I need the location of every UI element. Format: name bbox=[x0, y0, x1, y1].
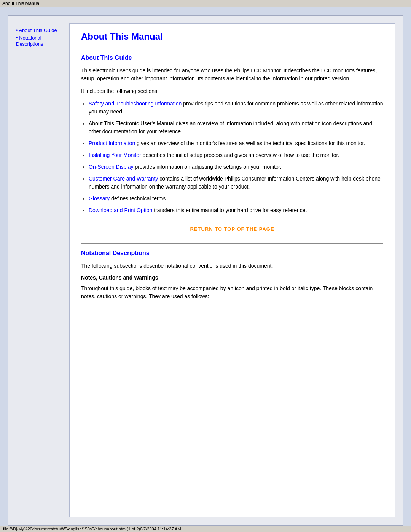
sections-list: Safety and Troubleshooting Information p… bbox=[89, 100, 383, 214]
main-area: • About This Guide • Notational Descript… bbox=[0, 7, 411, 526]
product-info-link[interactable]: Product Information bbox=[89, 140, 135, 146]
installing-link[interactable]: Installing Your Monitor bbox=[89, 152, 141, 158]
divider-top bbox=[81, 48, 383, 48]
list-item: Glossary defines technical terms. bbox=[89, 195, 383, 203]
main-content: About This Manual About This Guide This … bbox=[69, 23, 395, 517]
titlebar-text: About This Manual bbox=[2, 1, 40, 6]
notational-heading: Notational Descriptions bbox=[81, 250, 383, 257]
notes-cautions-heading: Notes, Cautions and Warnings bbox=[81, 275, 383, 281]
statusbar-text: file:///D|/My%20documents/dfu/W5/english… bbox=[3, 527, 181, 531]
electronic-manual-text: About This Electronic User's Manual give… bbox=[89, 120, 372, 134]
bullet-icon-2: • bbox=[16, 35, 19, 41]
list-item: Safety and Troubleshooting Information p… bbox=[89, 100, 383, 116]
sidebar-link-about-guide[interactable]: About This Guide bbox=[19, 27, 57, 33]
sidebar-link-notational[interactable]: Notational Descriptions bbox=[16, 35, 43, 47]
glossary-link[interactable]: Glossary bbox=[89, 195, 110, 201]
osd-link[interactable]: On-Screen Display bbox=[89, 164, 134, 170]
list-item: Download and Print Option transfers this… bbox=[89, 206, 383, 214]
about-guide-section: About This Guide This electronic user's … bbox=[81, 54, 383, 232]
about-guide-heading: About This Guide bbox=[81, 54, 383, 61]
return-to-top-link[interactable]: RETURN TO TOP OF THE PAGE bbox=[190, 226, 274, 232]
product-info-text: gives an overview of the monitor's featu… bbox=[135, 140, 365, 146]
safety-link[interactable]: Safety and Troubleshooting Information bbox=[89, 101, 182, 107]
content-wrapper: • About This Guide • Notational Descript… bbox=[8, 16, 403, 525]
sidebar: • About This Guide • Notational Descript… bbox=[16, 23, 69, 517]
osd-text: provides information on adjusting the se… bbox=[134, 164, 282, 170]
list-item: Customer Care and Warranty contains a li… bbox=[89, 175, 383, 191]
glossary-text: defines technical terms. bbox=[110, 195, 167, 201]
list-item: On-Screen Display provides information o… bbox=[89, 163, 383, 171]
notational-section: Notational Descriptions The following su… bbox=[81, 250, 383, 300]
statusbar: file:///D|/My%20documents/dfu/W5/english… bbox=[0, 526, 411, 532]
browser-frame: • About This Guide • Notational Descript… bbox=[8, 15, 403, 526]
installing-text: describes the initial setup process and … bbox=[141, 152, 339, 158]
download-text: transfers this entire manual to your har… bbox=[152, 207, 307, 213]
list-item: Product Information gives an overview of… bbox=[89, 139, 383, 147]
customer-care-link[interactable]: Customer Care and Warranty bbox=[89, 176, 158, 182]
notational-intro: The following subsections describe notat… bbox=[81, 262, 383, 270]
includes-text: It includes the following sections: bbox=[81, 87, 383, 95]
list-item: Installing Your Monitor describes the in… bbox=[89, 151, 383, 159]
divider-middle bbox=[81, 243, 383, 244]
list-item: About This Electronic User's Manual give… bbox=[89, 120, 383, 136]
titlebar: About This Manual bbox=[0, 0, 411, 7]
sidebar-item-notational[interactable]: • Notational Descriptions bbox=[16, 35, 65, 47]
intro-paragraph: This electronic user's guide is intended… bbox=[81, 67, 383, 83]
return-to-top[interactable]: RETURN TO TOP OF THE PAGE bbox=[81, 226, 383, 232]
page-title: About This Manual bbox=[81, 31, 383, 42]
sidebar-item-about-guide[interactable]: • About This Guide bbox=[16, 27, 65, 33]
download-link[interactable]: Download and Print Option bbox=[89, 207, 152, 213]
notes-cautions-text: Throughout this guide, blocks of text ma… bbox=[81, 284, 383, 300]
